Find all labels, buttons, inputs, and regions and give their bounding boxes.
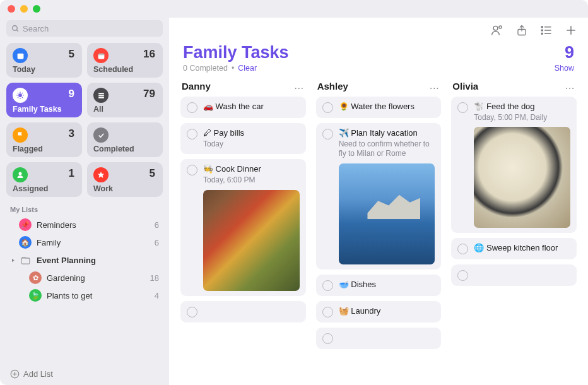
assignee-column: Olivia…🐩 Feed the dogToday, 5:00 PM, Dai… [451, 80, 577, 376]
smart-count: 9 [69, 88, 74, 100]
reminder-title: 🖊 Pay bills [203, 128, 300, 139]
reminder-card[interactable]: 🌻 Water the flowers [316, 97, 442, 118]
reminder-attachment[interactable] [203, 190, 300, 291]
list-name: Gardening [47, 273, 150, 283]
list-name: Plants to get [47, 291, 155, 300]
minimize-window[interactable] [20, 5, 28, 13]
complete-checkbox[interactable] [457, 102, 468, 113]
smart-count: 79 [143, 88, 155, 100]
complete-checkbox[interactable] [187, 102, 197, 113]
reminder-title: 🧑‍🍳 Cook Dinner [203, 164, 300, 175]
traffic-lights [8, 5, 40, 13]
my-lists-label: My Lists [10, 206, 163, 213]
fullscreen-window[interactable] [33, 5, 40, 13]
smart-today[interactable]: 5 Today [6, 43, 82, 78]
list-item[interactable]: 🏠Family 6 [6, 234, 163, 251]
complete-checkbox[interactable] [322, 102, 333, 113]
svg-rect-2 [17, 53, 23, 59]
reminder-title: 🌐 Sweep kitchen floor [474, 243, 570, 254]
reminder-card[interactable]: 🧺 Laundry [316, 301, 442, 323]
work-icon [93, 167, 109, 182]
column-more-button[interactable]: … [565, 80, 575, 92]
reminder-card[interactable]: 🧑‍🍳 Cook DinnerToday, 6:00 PM [180, 159, 306, 295]
list-header: Family Tasks 9 [169, 43, 588, 64]
clear-button[interactable]: Clear [238, 64, 257, 73]
svg-line-10 [18, 93, 18, 93]
reminder-attachment[interactable] [474, 127, 570, 228]
list-count: 9 [565, 43, 574, 62]
svg-rect-4 [98, 53, 104, 55]
list-icon: 🍃 [29, 289, 42, 302]
reminder-card[interactable]: 🚗 Wash the car [180, 97, 306, 118]
list-count: 6 [155, 238, 159, 247]
column-more-button[interactable]: … [294, 80, 305, 92]
complete-checkbox[interactable] [187, 129, 197, 139]
search-input[interactable]: Search [6, 20, 163, 37]
list-name: Family [37, 238, 155, 247]
list-item[interactable]: Event Planning [6, 251, 163, 269]
smart-all[interactable]: 79 All [87, 83, 163, 117]
share-icon[interactable] [516, 24, 527, 37]
all-icon [93, 88, 109, 103]
svg-point-26 [541, 27, 543, 28]
reminder-subtitle: Need to confirm whether to fly to Milan … [339, 139, 435, 159]
new-reminder-placeholder[interactable] [451, 264, 577, 286]
list-item[interactable]: 🍃Plants to get 4 [6, 287, 163, 304]
list-subheader: 0 Completed • Clear Show [169, 64, 588, 80]
complete-checkbox[interactable] [457, 270, 468, 281]
reminder-card[interactable]: ✈️ Plan Italy vacationNeed to confirm wh… [316, 123, 442, 270]
reminder-attachment[interactable] [339, 163, 435, 264]
complete-checkbox[interactable] [457, 244, 468, 254]
svg-rect-16 [21, 258, 30, 263]
reminder-title: 🥣 Dishes [339, 280, 435, 290]
share-people-icon[interactable] [491, 24, 503, 37]
complete-checkbox[interactable] [322, 280, 333, 291]
complete-checkbox[interactable] [322, 307, 333, 317]
smart-completed[interactable]: Completed [87, 122, 163, 157]
svg-point-21 [499, 26, 502, 28]
smart-work[interactable]: 5 Work [87, 162, 163, 197]
disclosure-icon[interactable] [10, 256, 19, 265]
reminder-card[interactable]: 🥣 Dishes [316, 275, 442, 296]
folder-icon [19, 254, 32, 266]
new-reminder-placeholder[interactable] [180, 301, 306, 323]
svg-point-28 [541, 33, 543, 34]
complete-checkbox[interactable] [187, 165, 197, 175]
smart-flagged[interactable]: 3 Flagged [6, 122, 82, 157]
smart-family[interactable]: 9 Family Tasks [6, 83, 82, 117]
smart-assigned[interactable]: 1 Assigned [6, 162, 82, 197]
list-name: Reminders [37, 220, 155, 230]
toolbar [169, 18, 588, 43]
complete-checkbox[interactable] [322, 333, 333, 344]
add-list-button[interactable]: Add List [6, 364, 163, 385]
smart-count: 5 [69, 48, 74, 61]
complete-checkbox[interactable] [322, 129, 333, 139]
column-more-button[interactable]: … [429, 80, 440, 92]
list-name: Event Planning [37, 256, 159, 265]
smart-scheduled[interactable]: 16 Scheduled [87, 43, 163, 78]
svg-line-13 [22, 93, 23, 93]
completed-icon [93, 127, 109, 143]
list-item[interactable]: 📌Reminders 6 [6, 216, 163, 234]
view-options-icon[interactable] [540, 25, 553, 36]
column-name: Olivia [452, 81, 565, 92]
smart-label: Scheduled [93, 65, 156, 74]
search-placeholder: Search [23, 24, 49, 33]
content-area: Family Tasks 9 0 Completed • Clear Show … [169, 18, 588, 385]
add-reminder-icon[interactable] [565, 25, 577, 36]
reminder-title: 🧺 Laundry [339, 306, 435, 317]
smart-count: 1 [69, 167, 74, 180]
close-window[interactable] [8, 5, 15, 13]
list-count: 4 [155, 291, 159, 300]
reminder-card[interactable]: 🌐 Sweep kitchen floor [451, 238, 577, 259]
complete-checkbox[interactable] [187, 307, 197, 317]
show-button[interactable]: Show [555, 64, 574, 73]
reminder-card[interactable]: 🐩 Feed the dogToday, 5:00 PM, Daily [451, 97, 577, 233]
list-item[interactable]: ✿Gardening 18 [6, 269, 163, 287]
reminder-subtitle: Today [203, 139, 300, 150]
svg-point-5 [18, 93, 22, 97]
reminder-title: 🚗 Wash the car [203, 102, 300, 112]
new-reminder-placeholder[interactable] [316, 328, 442, 349]
scheduled-icon [93, 48, 109, 63]
reminder-card[interactable]: 🖊 Pay billsToday [180, 123, 306, 154]
